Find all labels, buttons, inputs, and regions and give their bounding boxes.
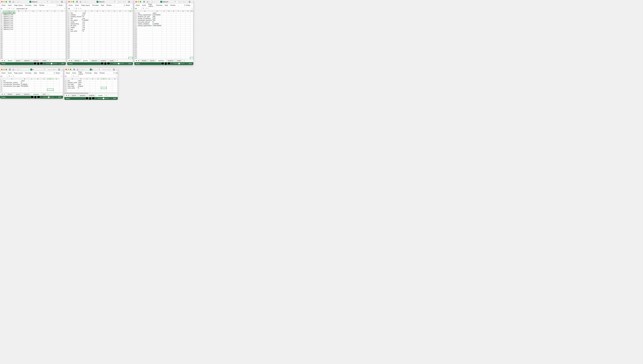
cell-E1[interactable] <box>37 12 44 14</box>
cell-D4[interactable] <box>90 85 95 87</box>
cell-G6[interactable] <box>51 21 58 23</box>
sheet-tab-sheet1[interactable]: Sheet1 <box>140 60 148 62</box>
cell-I19[interactable] <box>123 44 129 46</box>
cell-C5[interactable] <box>22 19 30 21</box>
cell-C11[interactable] <box>89 30 95 32</box>
cell-D9[interactable] <box>30 26 37 28</box>
cell-I26[interactable] <box>190 57 193 59</box>
cell-C2[interactable] <box>84 82 90 84</box>
zoom-out-button[interactable]: − <box>95 98 97 99</box>
cell-A2[interactable]: reconstruction_clusters <box>3 82 21 84</box>
save-button[interactable] <box>73 68 76 71</box>
cell-G16[interactable] <box>112 39 117 41</box>
cell-C1[interactable] <box>22 12 30 14</box>
cell-B25[interactable] <box>82 55 89 57</box>
row-header-15[interactable]: 15 <box>0 37 3 39</box>
cell-D3[interactable] <box>167 16 171 18</box>
cell-H13[interactable] <box>58 34 66 36</box>
cell-A2[interactable]: antialias <box>70 14 82 16</box>
cell-B21[interactable] <box>82 48 89 50</box>
cell-F1[interactable] <box>106 12 112 14</box>
cell-F7[interactable] <box>176 23 181 25</box>
cell-I23[interactable] <box>123 52 129 54</box>
cell-B8[interactable]: 1000.000000 <box>152 25 162 26</box>
row-header-26[interactable]: 26 <box>135 57 137 59</box>
cell-A3[interactable]: ellipsoid_2.nrrd <box>3 16 15 18</box>
normal-view-button[interactable] <box>101 62 104 65</box>
minimize-window-button[interactable] <box>68 69 69 70</box>
cell-A1[interactable]: key <box>3 80 21 82</box>
cell-D14[interactable] <box>95 36 100 37</box>
cell-E22[interactable] <box>100 50 106 52</box>
cell-G5[interactable] <box>181 19 185 21</box>
cell-A4[interactable]: view_state <box>67 85 78 87</box>
cell-G24[interactable] <box>181 54 185 55</box>
row-header-7[interactable]: 7 <box>0 90 3 92</box>
column-header-E[interactable]: E <box>37 10 44 12</box>
cell-G26[interactable] <box>181 57 185 59</box>
zoom-out-button[interactable]: − <box>40 96 42 98</box>
sheet-tab-studio[interactable]: stud <box>41 93 48 96</box>
cell-G17[interactable] <box>181 41 185 43</box>
cell-H3[interactable] <box>112 84 118 85</box>
select-all-corner[interactable] <box>135 10 137 12</box>
cell-H17[interactable] <box>185 41 190 43</box>
cell-D5[interactable] <box>35 87 41 89</box>
cell-B15[interactable] <box>152 37 162 39</box>
cell-G1[interactable] <box>112 12 117 14</box>
cell-D25[interactable] <box>95 55 100 57</box>
undo-button[interactable] <box>76 68 79 71</box>
row-header-1[interactable]: 1 <box>135 12 137 14</box>
cell-E5[interactable] <box>100 19 106 21</box>
cell-G7[interactable] <box>112 23 117 25</box>
row-header-11[interactable]: 11 <box>0 30 3 32</box>
row-header-19[interactable]: 19 <box>0 44 3 46</box>
cell-E6[interactable] <box>41 89 47 90</box>
cell-I22[interactable] <box>190 50 193 52</box>
cell-C4[interactable] <box>89 18 95 19</box>
cell-C22[interactable] <box>89 50 95 52</box>
ribbon-more[interactable]: ›› <box>47 72 48 74</box>
cell-D16[interactable] <box>95 39 100 41</box>
cell-D6[interactable] <box>167 21 171 23</box>
cell-A5[interactable] <box>3 87 21 89</box>
cell-D9[interactable] <box>95 26 100 28</box>
cell-E7[interactable] <box>41 90 47 92</box>
cell-G11[interactable] <box>112 30 117 32</box>
cell-E18[interactable] <box>100 43 106 44</box>
cell-H23[interactable] <box>117 52 123 54</box>
normal-view-button[interactable] <box>161 62 164 65</box>
cell-G16[interactable] <box>181 39 185 41</box>
cell-E12[interactable] <box>171 32 176 34</box>
zoom-window-button[interactable] <box>6 69 7 70</box>
zoom-in-button[interactable]: + <box>56 96 57 98</box>
cell-G22[interactable] <box>181 50 185 52</box>
cell-A3[interactable]: antialias_amount <box>70 16 82 18</box>
cell-C18[interactable] <box>22 43 30 44</box>
expand-formula-button[interactable]: ▾ <box>64 8 66 10</box>
cell-J26[interactable] <box>129 57 133 59</box>
zoom-in-button[interactable]: + <box>58 63 60 64</box>
cell-B1[interactable]: value <box>78 80 84 82</box>
cell-E7[interactable] <box>100 23 106 25</box>
cell-A3[interactable]: iterations_per_split <box>137 16 152 18</box>
cell-B16[interactable] <box>15 39 22 41</box>
cell-A14[interactable] <box>70 36 82 37</box>
cell-H19[interactable] <box>117 44 123 46</box>
cell-E24[interactable] <box>37 54 44 55</box>
cell-D15[interactable] <box>95 37 100 39</box>
close-window-button[interactable] <box>66 69 67 70</box>
cell-C6[interactable] <box>22 21 30 23</box>
column-header-A[interactable]: A <box>3 10 15 12</box>
cell-A6[interactable]: ellipsoid_5.nrrd <box>3 21 15 23</box>
cell-E6[interactable] <box>100 21 106 23</box>
cell-G2[interactable] <box>53 82 60 84</box>
cell-A6[interactable] <box>3 89 21 90</box>
cell-J20[interactable] <box>129 46 133 48</box>
undo-button[interactable] <box>146 0 149 3</box>
cell-A1[interactable]: key <box>67 80 78 82</box>
row-header-4[interactable]: 4 <box>0 18 3 19</box>
cell-H19[interactable] <box>58 44 66 46</box>
sheet-tab-analysis[interactable]: analysis <box>31 60 41 62</box>
cell-C14[interactable] <box>162 36 167 37</box>
